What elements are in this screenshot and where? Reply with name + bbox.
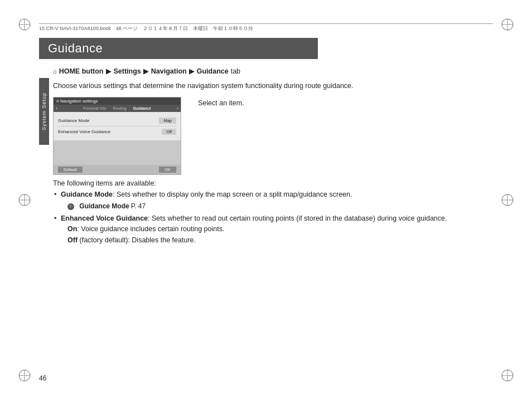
list-item-guidance-mode: Guidance Mode: Sets whether to display o… xyxy=(61,189,493,212)
on-text: On: Voice guidance includes certain rout… xyxy=(61,225,224,233)
arrow-1: ▶ xyxy=(106,67,112,75)
guidance-mode-colon: : Sets whether to display only the map s… xyxy=(113,191,352,198)
guidance-mode-title: Guidance Mode xyxy=(61,191,113,198)
tab-items: Personal Info Routing Guidance xyxy=(83,106,151,110)
enhanced-voice-value: Off xyxy=(162,129,176,135)
page-title-banner: Guidance xyxy=(39,38,318,59)
side-tab-label: System Setup xyxy=(41,92,47,130)
tab-personal-info: Personal Info xyxy=(83,106,106,110)
side-tab: System Setup xyxy=(39,78,49,145)
nav-screen: Navigation settings ‹ Personal Info Rout… xyxy=(54,97,181,174)
guidance-mode-value: Map xyxy=(159,118,176,124)
page-title: Guidance xyxy=(48,41,103,56)
items-list: The following items are available: Guida… xyxy=(53,179,493,246)
meta-line: 15 CR-V NAVI-31T0A8100.book 46 ページ ２０１４年… xyxy=(39,23,493,32)
nav-screen-header: Navigation settings xyxy=(54,97,181,105)
navigation-label: Navigation xyxy=(151,67,187,75)
tab-word: tab xyxy=(231,67,240,75)
ref-icon-guidance: ▷ xyxy=(67,203,74,210)
arrow-3: ▶ xyxy=(189,67,195,75)
default-button[interactable]: Default xyxy=(58,167,83,173)
nav-row-guidance-mode: Guidance Mode Map xyxy=(58,115,176,126)
enhanced-voice-text: : Sets whether to read out certain routi… xyxy=(148,214,447,222)
nav-screen-tabs: ‹ Personal Info Routing Guidance › xyxy=(54,105,181,112)
reg-mark-ml xyxy=(18,193,31,207)
settings-label: Settings xyxy=(114,67,141,75)
select-item-text: Select an item. xyxy=(198,99,244,107)
nav-header-dot xyxy=(56,100,59,103)
enhanced-voice-title: Enhanced Voice Guidance xyxy=(61,214,148,222)
guidance-mode-label: Guidance Mode xyxy=(58,118,89,123)
tab-routing: Routing xyxy=(113,106,127,110)
tab-arrow-left: ‹ xyxy=(56,106,57,111)
following-items-label: The following items are available: xyxy=(53,179,493,187)
feature-list: Guidance Mode: Sets whether to display o… xyxy=(53,189,493,246)
tab-arrow-right: › xyxy=(177,106,178,111)
off-text: Off (factory default): Disables the feat… xyxy=(61,236,196,244)
reg-mark-br xyxy=(501,369,514,382)
home-button-label: HOME button xyxy=(59,67,104,75)
ok-button[interactable]: OK xyxy=(159,167,176,173)
reg-mark-bl xyxy=(18,369,31,382)
description: Choose various settings that determine t… xyxy=(53,81,493,91)
nav-screen-mockup: Navigation settings ‹ Personal Info Rout… xyxy=(53,97,181,175)
list-item-enhanced-voice: Enhanced Voice Guidance: Sets whether to… xyxy=(61,213,493,246)
home-icon: ⌂ xyxy=(53,68,57,75)
ref-guidance-mode-bold: Guidance Mode xyxy=(79,201,129,212)
reg-mark-mr xyxy=(501,193,514,207)
guidance-mode-ref: ▷ Guidance Mode P. 47 xyxy=(61,201,146,212)
nav-header-title: Navigation settings xyxy=(60,99,98,104)
reg-mark-tr xyxy=(501,18,514,31)
tab-guidance-active: Guidance xyxy=(133,106,151,110)
nav-screen-footer: Default OK xyxy=(54,165,181,174)
nav-row-enhanced-voice: Enhanced Voice Guidance Off xyxy=(58,126,176,137)
reg-mark-tl xyxy=(18,18,31,31)
guidance-tab-label: Guidance xyxy=(197,67,229,75)
page-number: 46 xyxy=(39,374,46,382)
nav-path: ⌂ HOME button ▶ Settings ▶ Navigation ▶ … xyxy=(53,67,493,75)
main-content: ⌂ HOME button ▶ Settings ▶ Navigation ▶ … xyxy=(53,67,493,367)
nav-screen-body: Guidance Mode Map Enhanced Voice Guidanc… xyxy=(54,112,181,140)
arrow-2: ▶ xyxy=(143,67,149,75)
enhanced-voice-label: Enhanced Voice Guidance xyxy=(58,129,110,134)
